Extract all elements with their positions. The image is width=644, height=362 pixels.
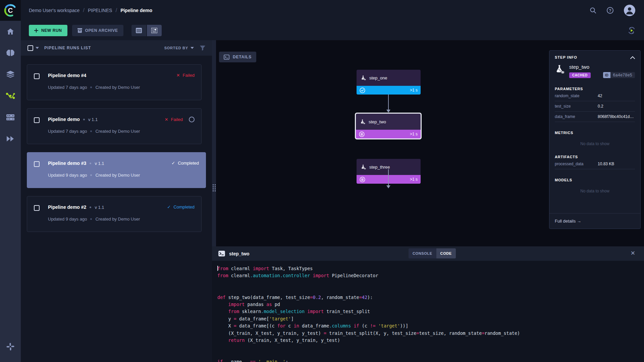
breadcrumb-pipelines[interactable]: PIPELINES: [88, 8, 112, 13]
step-id[interactable]: ID 6a4e78e5: [603, 72, 635, 78]
metrics-empty-text: No data to show: [555, 141, 635, 146]
tab-code[interactable]: CODE: [436, 248, 456, 258]
meta-dot: [90, 218, 92, 220]
run-status-badge: ✓ Completed: [167, 204, 195, 209]
code-line: return (X_train, X_test, y_train, y_test…: [217, 337, 644, 344]
code-line: from clearml import Task, TaskTypes: [217, 265, 644, 272]
run-title: Pipeline demo #4: [48, 73, 86, 78]
collapse-panel-button[interactable]: [630, 56, 635, 59]
details-button[interactable]: DETAILS: [219, 52, 256, 62]
step-info-title: STEP INFO: [555, 55, 577, 59]
failed-icon: ✕: [165, 117, 168, 122]
pipeline-run-card[interactable]: Pipeline demo #2v 1.1Updated 9 days agoC…: [27, 196, 202, 232]
step-detail-bottom-panel: step_two CONSOLECODE ✕ from clearml impo…: [212, 246, 644, 362]
models-section-title: MODELS: [555, 178, 635, 182]
code-line: X = data_frame[(c for c in data_frame.co…: [217, 322, 644, 329]
code-line: import pandas as pd: [217, 301, 644, 308]
close-icon[interactable]: ✕: [631, 250, 635, 257]
run-checkbox[interactable]: [34, 117, 40, 123]
run-title-row: Pipeline demov 1.1: [48, 117, 98, 122]
breadcrumb-workspace[interactable]: Demo User's workspace: [29, 8, 79, 13]
sidebar-item-slack[interactable]: [0, 336, 21, 357]
open-archive-button[interactable]: OPEN ARCHIVE: [72, 25, 123, 36]
artifacts-section-title: ARTIFACTS: [555, 155, 635, 159]
sidebar-item-pipelines[interactable]: [0, 85, 21, 107]
node-header: step_one: [357, 70, 421, 86]
node-label: step_two: [369, 119, 386, 124]
run-created-by: Created by Demo User: [95, 85, 140, 90]
parameter-value: 0.2: [598, 104, 603, 109]
pipeline-step-node[interactable]: step_two>1 s: [356, 114, 421, 138]
table-view-button[interactable]: [131, 25, 146, 36]
run-checkbox[interactable]: [34, 205, 40, 211]
search-icon[interactable]: [590, 7, 596, 14]
help-icon[interactable]: ?: [606, 7, 614, 14]
node-duration: >1 s: [410, 132, 418, 136]
pipeline-runs-panel: PIPELINE RUNS LIST SORTED BY Pipeline de…: [21, 40, 212, 362]
pipeline-run-card[interactable]: Pipeline demo #3v 1.1Updated 9 days agoC…: [27, 152, 206, 188]
auto-refresh-icon: [627, 26, 636, 35]
code-line: if __name__ == '__main__':: [217, 358, 644, 362]
run-checkbox[interactable]: [34, 161, 40, 167]
detail-view-icon: [151, 28, 157, 33]
run-updated: Updated 7 days ago: [48, 129, 87, 134]
user-avatar[interactable]: [624, 5, 635, 16]
new-run-button[interactable]: NEW RUN: [29, 25, 67, 36]
cached-badge: CACHED: [569, 72, 591, 78]
tab-console[interactable]: CONSOLE: [409, 248, 436, 258]
run-title: Pipeline demo: [48, 117, 80, 122]
drag-grip-icon: [213, 184, 216, 191]
key-value-row: data_frame8068f78bc40c41d…: [555, 112, 635, 122]
run-status-badge: ✕ Failed: [165, 117, 195, 122]
parameters-rows: random_state42test_size0.2data_frame8068…: [555, 91, 635, 122]
check-icon: ✓: [167, 204, 171, 209]
run-version: v 1.1: [95, 205, 104, 210]
pipelines-icon: [6, 92, 15, 100]
select-all-checkbox[interactable]: [28, 45, 39, 51]
artifact-size: 10.83 KB: [598, 162, 614, 166]
sidebar-item-projects[interactable]: [0, 42, 21, 64]
checkbox-icon: [28, 45, 33, 51]
sorted-by-dropdown[interactable]: SORTED BY: [164, 46, 194, 50]
pipeline-run-card[interactable]: Pipeline demov 1.1Updated 7 days agoCrea…: [27, 108, 202, 144]
sidebar-item-workers-queues[interactable]: [0, 107, 21, 128]
run-status-label: Failed: [183, 73, 195, 78]
cached-icon: [360, 177, 365, 182]
sidebar-item-datasets[interactable]: [0, 64, 21, 85]
run-updated: Updated 7 days ago: [48, 85, 87, 90]
node-label: step_one: [369, 75, 387, 80]
run-title: Pipeline demo #3: [48, 161, 86, 166]
clearml-logo[interactable]: C: [0, 0, 21, 21]
code-line: (X_train, X_test, y_train, y_test) = tra…: [217, 330, 644, 337]
sidebar-item-home[interactable]: [0, 21, 21, 42]
run-status-badge: ✓ Completed: [171, 161, 199, 166]
run-checkbox[interactable]: [34, 73, 40, 79]
node-status-bar: >1 s: [357, 86, 421, 95]
run-updated: Updated 9 days ago: [48, 173, 87, 178]
full-details-link[interactable]: Full details →: [549, 213, 640, 229]
pipeline-step-node[interactable]: step_one>1 s: [357, 70, 421, 95]
breadcrumb-separator: /: [115, 7, 117, 14]
slack-icon: [6, 343, 14, 351]
parameter-name: test_size: [555, 104, 598, 109]
double-chevron-icon: [6, 135, 15, 142]
table-view-icon: [136, 28, 142, 33]
panel-resize-handle[interactable]: [212, 40, 216, 246]
node-duration: >1 s: [410, 177, 418, 182]
artifact-name: processed_data: [555, 162, 598, 166]
run-title: Pipeline demo #2: [48, 204, 86, 210]
flask-icon: [361, 75, 366, 81]
cached-circle-icon: [359, 131, 365, 137]
meta-dot: [90, 130, 92, 132]
sidebar-item-reports[interactable]: [0, 128, 21, 149]
run-status-label: Completed: [178, 161, 199, 166]
check-circle-icon: [360, 87, 365, 93]
pipeline-run-card[interactable]: Pipeline demo #4Updated 7 days agoCreate…: [27, 64, 202, 100]
auto-refresh-button[interactable]: [627, 26, 636, 35]
flask-icon: [361, 75, 366, 81]
detail-view-button[interactable]: [147, 25, 162, 36]
filter-icon[interactable]: [200, 46, 205, 51]
completed-icon: [360, 87, 365, 93]
svg-text:?: ?: [609, 8, 611, 13]
code-viewer[interactable]: from clearml import Task, TaskTypesfrom …: [212, 261, 644, 362]
